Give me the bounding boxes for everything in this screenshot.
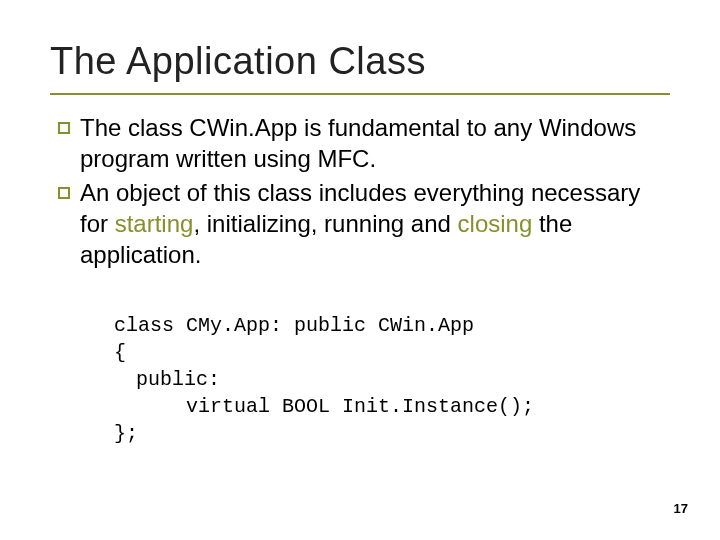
code-line: }; <box>114 422 138 445</box>
slide-body: The class CWin.App is fundamental to any… <box>50 113 670 474</box>
bullet-text: An object of this class includes everyth… <box>80 178 670 270</box>
code-block: class CMy.App: public CWin.App { public:… <box>114 285 670 474</box>
page-number: 17 <box>674 501 688 516</box>
bullet-text-segment: , initializing, running and <box>193 210 457 237</box>
bullet-highlight: starting <box>115 210 194 237</box>
bullet-highlight: closing <box>458 210 533 237</box>
bullet-item: The class CWin.App is fundamental to any… <box>58 113 670 174</box>
square-bullet-icon <box>58 187 70 199</box>
code-line: public: <box>114 366 670 393</box>
bullet-item: An object of this class includes everyth… <box>58 178 670 270</box>
slide-title: The Application Class <box>50 40 670 83</box>
code-line: virtual BOOL Init.Instance(); <box>114 393 670 420</box>
slide: The Application Class The class CWin.App… <box>0 0 720 540</box>
code-line: { <box>114 341 126 364</box>
code-line: class CMy.App: public CWin.App <box>114 314 474 337</box>
square-bullet-icon <box>58 122 70 134</box>
bullet-text: The class CWin.App is fundamental to any… <box>80 113 670 174</box>
bullet-text-segment: The class CWin.App is fundamental to any… <box>80 114 636 172</box>
title-divider <box>50 93 670 95</box>
